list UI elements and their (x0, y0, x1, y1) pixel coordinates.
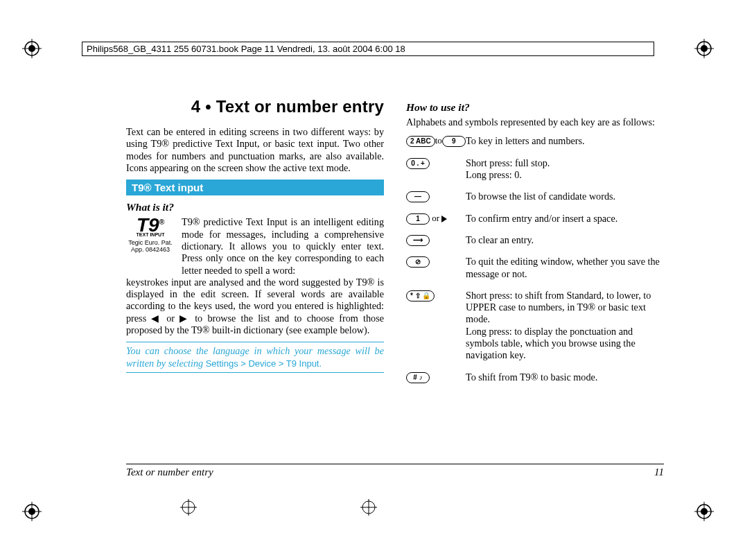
keycap-icon: 0 . + (406, 158, 430, 169)
table-row: ⟶ To clear an entry. (406, 231, 664, 253)
keycap-icon: ⟶ (406, 235, 430, 246)
t9-logo-block: T9® TEXT INPUT Tegic Euro. Pat. App. 084… (126, 216, 175, 277)
key-cell: 0 . + (406, 155, 466, 189)
key-cell: 1 or (406, 210, 466, 231)
key-cell: # ♪ (406, 369, 466, 390)
t9-patent-text: Tegic Euro. Pat. App. 0842463 (126, 240, 175, 254)
what-paragraph-rest-text: keystrokes input are analysed and the wo… (126, 277, 384, 335)
footer-page-number: 11 (654, 466, 664, 478)
table-row: 2 ABCto9 To key in letters and numbers. (406, 132, 664, 154)
registration-mark-icon (360, 499, 377, 516)
keycap-icon: ⊘ (406, 256, 430, 268)
how-intro: Alphabets and symbols represented by eac… (406, 116, 664, 128)
registration-mark-icon (180, 499, 197, 516)
key-cell: ⟶ (406, 231, 466, 253)
page-footer: Text or number entry 11 (126, 464, 664, 478)
chapter-title: 4 • Text or number entry (126, 97, 384, 116)
tip-box: You can choose the language in which you… (126, 342, 384, 373)
crop-mark-icon (694, 39, 714, 58)
key-table: 2 ABCto9 To key in letters and numbers. … (406, 132, 664, 390)
right-column: How to use it? Alphabets and symbols rep… (406, 97, 664, 456)
keycap-icon: 9 (442, 136, 466, 147)
key-desc: To browse the list of candidate words. (466, 188, 664, 209)
crop-mark-icon (22, 502, 42, 521)
key-desc: Short press: full stop. Long press: 0. (466, 155, 664, 189)
what-paragraph-rest: keystrokes input are analysed and the wo… (126, 277, 384, 337)
keycap-icon: * ⇧ 🔒 (406, 290, 435, 301)
crop-mark-icon (694, 502, 714, 521)
table-row: # ♪ To shift from T9® to basic mode. (406, 369, 664, 390)
key-join: or (432, 213, 439, 223)
key-cell: 2 ABCto9 (406, 132, 466, 154)
crop-mark-icon (22, 39, 42, 58)
keycap-icon: — (406, 191, 430, 202)
key-desc: To clear an entry. (466, 231, 664, 253)
key-desc: To key in letters and numbers. (466, 132, 664, 154)
keycap-icon: 1 (406, 213, 430, 225)
key-desc: To shift from T9® to basic mode. (466, 369, 664, 390)
key-desc: Short press: to shift from Standard, to … (466, 287, 664, 369)
table-row: 0 . + Short press: full stop. Long press… (406, 155, 664, 189)
what-paragraph-wrapped: T9® predictive Text Input is an intellig… (182, 216, 384, 277)
table-row: ⊘ To quit the editing window, whether yo… (406, 253, 664, 287)
key-join: to (435, 135, 442, 146)
key-cell: * ⇧ 🔒 (406, 287, 466, 369)
page-body: 4 • Text or number entry Text can be ent… (126, 97, 664, 456)
print-header: Philips568_GB_4311 255 60731.book Page 1… (82, 42, 654, 56)
t9-logo-sub: TEXT INPUT (126, 232, 175, 237)
t9-logo-icon: T9® (126, 216, 175, 234)
keycap-icon: 2 ABC (406, 136, 435, 147)
right-arrow-icon (441, 216, 447, 222)
intro-paragraph: Text can be entered in editing screens i… (126, 126, 384, 174)
section-heading: T9® Text input (126, 180, 384, 195)
table-row: 1 or To confirm entry and/or insert a sp… (406, 210, 664, 231)
table-row: * ⇧ 🔒 Short press: to shift from Standar… (406, 287, 664, 369)
subheading-how: How to use it? (406, 101, 664, 114)
subheading-what: What is it? (126, 201, 384, 213)
key-cell: — (406, 188, 466, 209)
table-row: — To browse the list of candidate words. (406, 188, 664, 209)
tip-link: Settings > Device > T9 Input. (206, 358, 322, 369)
key-desc: To confirm entry and/or insert a space. (466, 210, 664, 231)
keycap-icon: # ♪ (406, 372, 430, 383)
key-cell: ⊘ (406, 253, 466, 287)
key-desc: To quit the editing window, whether you … (466, 253, 664, 287)
left-column: 4 • Text or number entry Text can be ent… (126, 97, 384, 456)
footer-title: Text or number entry (126, 466, 213, 478)
print-header-text: Philips568_GB_4311 255 60731.book Page 1… (87, 44, 405, 54)
